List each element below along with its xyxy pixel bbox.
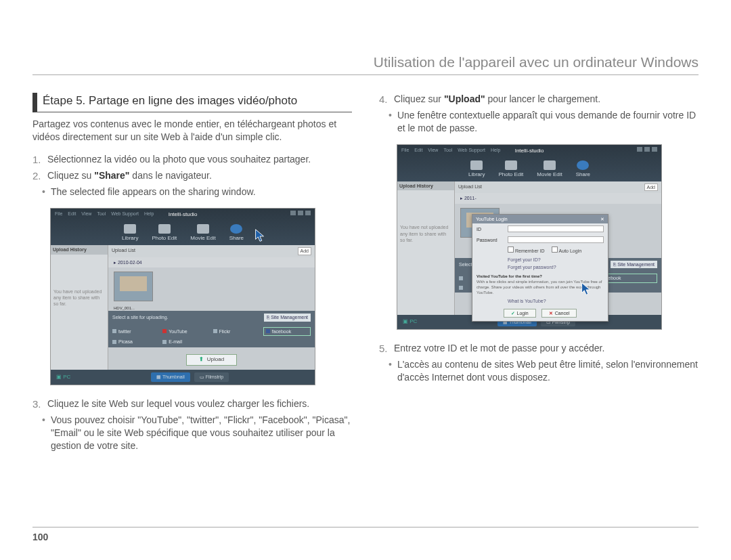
step-1: 1. Sélectionnez la vidéo ou la photo que… bbox=[32, 153, 352, 167]
dialog-header: YouTube Login✕ bbox=[472, 215, 608, 223]
app-logo: Intelli-studio bbox=[169, 211, 198, 219]
figure-login-dialog: File Edit View Tool Web Support Help Int… bbox=[397, 144, 662, 330]
autologin-cb: Auto Login bbox=[552, 246, 581, 254]
pc-label: ▣ PC bbox=[56, 374, 70, 381]
intro-text: Partagez vos contenus avec le monde enti… bbox=[32, 118, 352, 144]
menu-item: File bbox=[401, 147, 409, 153]
step-3: 3. Cliquez le site Web sur lequel vous v… bbox=[32, 397, 352, 411]
step-2-bullet: The selected file appears on the sharing… bbox=[32, 186, 352, 198]
sidebar-empty: You have not uploaded any item to share … bbox=[400, 224, 451, 243]
tab-photo-edit: Photo Edit bbox=[152, 224, 177, 242]
login-button: ✓Login bbox=[504, 309, 536, 318]
step-strong: "Share" bbox=[94, 170, 129, 181]
site-facebook: facebook bbox=[263, 327, 311, 336]
tab-photo-edit: Photo Edit bbox=[498, 160, 523, 179]
step-text: Sélectionnez la vidéo ou la photo que vo… bbox=[47, 153, 352, 167]
view-thumb: ▦ Thumbnail bbox=[151, 372, 190, 381]
sidebar: Upload History You have not uploaded any… bbox=[397, 181, 455, 315]
tab-share: Share bbox=[576, 160, 590, 179]
step-3-bullet: Vous pouvez choisir "YouTube", "twitter"… bbox=[32, 414, 352, 452]
cancel-button: ✕Cancel bbox=[541, 309, 577, 318]
pc-label: ▣ PC bbox=[403, 318, 417, 326]
sidebar-heading: Upload History bbox=[397, 181, 454, 190]
step-5-bullet: L'accès au contenu de sites Web peut êtr… bbox=[379, 358, 699, 384]
bullet-text: Vous pouvez choisir "YouTube", "twitter"… bbox=[51, 414, 352, 452]
app-toolbar: File Edit View Tool Web Support Help Int… bbox=[51, 209, 315, 245]
menu-item: Web Support bbox=[111, 211, 139, 217]
step-post: pour lancer le chargement. bbox=[485, 93, 600, 104]
step-text: Cliquez sur "Upload" pour lancer le char… bbox=[394, 93, 699, 106]
menu-item: Web Support bbox=[458, 147, 485, 153]
sidebar-heading: Upload History bbox=[51, 245, 108, 254]
right-column: 4. Cliquez sur "Upload" pour lancer le c… bbox=[379, 93, 699, 455]
date-group: ▸ 2011- bbox=[455, 193, 661, 203]
menu-bar: File Edit View Tool Web Support Help bbox=[401, 147, 500, 153]
tab-library: Library bbox=[468, 160, 485, 179]
site-grid: twitter YouTube Flickr facebook Picasa E… bbox=[108, 324, 315, 348]
site-flickr: Flickr bbox=[213, 327, 261, 336]
menu-item: View bbox=[81, 211, 91, 217]
bullet-text: L'accès au contenu de sites Web peut êtr… bbox=[397, 358, 699, 384]
site-mgmt-button: ⎘ Site Management bbox=[264, 314, 311, 321]
step-strong: "Upload" bbox=[444, 93, 485, 104]
step-number: 5. bbox=[379, 342, 389, 356]
step-number: 3. bbox=[32, 397, 42, 411]
site-email: E-mail bbox=[162, 339, 210, 345]
pw-input bbox=[508, 236, 604, 243]
menu-item: Edit bbox=[68, 211, 76, 217]
left-column: Étape 5. Partage en ligne des images vid… bbox=[32, 93, 352, 455]
app-logo: Intelli-studio bbox=[515, 148, 544, 155]
step-4-bullet: Une fenêtre contextuelle apparaît qui vo… bbox=[379, 109, 699, 135]
media-thumbnail bbox=[114, 272, 153, 301]
section-title: Étape 5. Partage en ligne des images vid… bbox=[32, 93, 352, 112]
bullet-text: The selected file appears on the sharing… bbox=[51, 186, 256, 198]
cursor-icon bbox=[252, 228, 267, 246]
id-label: ID bbox=[477, 226, 504, 232]
site-mgmt-button: ⎘ Site Management bbox=[611, 261, 657, 268]
figure-share-window: File Edit View Tool Web Support Help Int… bbox=[50, 208, 315, 385]
tab-share: Share bbox=[229, 224, 244, 242]
list-header: Upload List Add bbox=[455, 181, 661, 193]
forgot-pw-link: Forget your password? bbox=[472, 263, 608, 271]
close-icon: ✕ bbox=[600, 216, 604, 222]
menu-item: Help bbox=[491, 147, 500, 153]
menu-item: Edit bbox=[414, 147, 422, 153]
menu-item: Help bbox=[144, 211, 154, 217]
cursor-icon bbox=[579, 282, 594, 300]
site-youtube: YouTube bbox=[162, 327, 210, 336]
upload-row: ⬆Upload bbox=[108, 347, 315, 370]
forgot-id-link: Forget your ID? bbox=[472, 256, 608, 263]
sidebar: Upload History You have not uploaded any… bbox=[51, 245, 108, 370]
login-dialog: YouTube Login✕ ID Password Remember ID A… bbox=[472, 214, 608, 322]
list-header: Upload List Add bbox=[108, 245, 315, 257]
window-controls bbox=[290, 211, 311, 215]
sidebar-empty: You have not uploaded any item to share … bbox=[53, 288, 105, 307]
select-site-label: Select a site for uploading. bbox=[112, 314, 169, 320]
site-twitter: twitter bbox=[112, 327, 160, 336]
list-title: Upload List bbox=[458, 184, 482, 191]
id-input bbox=[508, 225, 604, 232]
site-picasa: Picasa bbox=[112, 339, 160, 345]
list-title: Upload List bbox=[112, 247, 135, 255]
pw-label: Password bbox=[477, 237, 504, 243]
step-text: Entrez votre ID et le mot de passe pour … bbox=[394, 342, 699, 356]
menu-item: Tool bbox=[443, 147, 452, 153]
step-pre: Cliquez su bbox=[47, 170, 94, 181]
thumbnail-caption: HDV_001... bbox=[108, 305, 315, 311]
step-post: dans le navigateur. bbox=[129, 170, 211, 181]
add-button: Add bbox=[298, 247, 311, 255]
bullet-text: Une fenêtre contextuelle apparaît qui vo… bbox=[397, 109, 699, 135]
menu-bar: File Edit View Tool Web Support Help bbox=[55, 211, 154, 217]
step-2: 2. Cliquez su "Share" dans le navigateur… bbox=[32, 169, 352, 183]
step-number: 2. bbox=[32, 169, 42, 183]
app-toolbar: File Edit View Tool Web Support Help Int… bbox=[397, 145, 661, 181]
menu-item: File bbox=[55, 211, 62, 217]
step-pre: Cliquez sur bbox=[394, 93, 444, 104]
page-number: 100 bbox=[32, 527, 699, 542]
tab-movie-edit: Movie Edit bbox=[190, 224, 215, 242]
step-5: 5. Entrez votre ID et le mot de passe po… bbox=[379, 342, 699, 356]
site-select-bar: Select a site for uploading. ⎘ Site Mana… bbox=[108, 311, 315, 324]
tab-library: Library bbox=[122, 224, 138, 242]
step-number: 4. bbox=[379, 93, 389, 106]
step-text: Cliquez le site Web sur lequel vous voul… bbox=[47, 397, 352, 411]
